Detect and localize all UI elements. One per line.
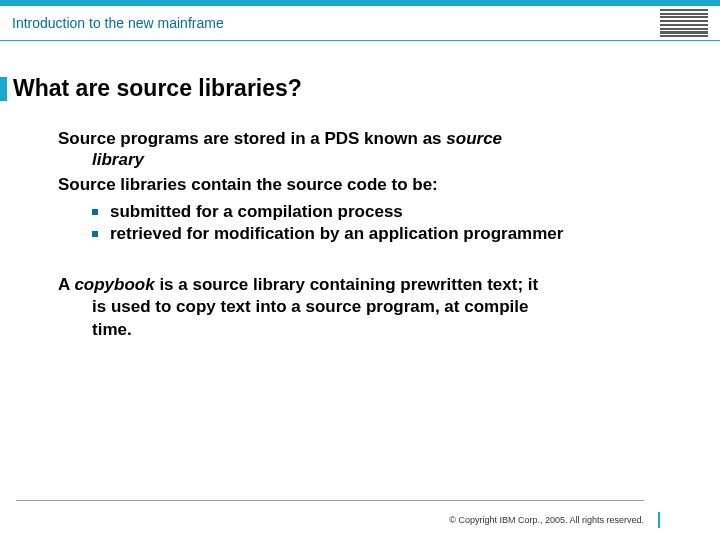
list-item: retrieved for modification by an applica… [92, 223, 670, 246]
header-title: Introduction to the new mainframe [12, 15, 224, 31]
para3-text-a: A [58, 275, 74, 294]
para3-text-d: is used to copy text into a source progr… [92, 297, 528, 316]
paragraph-2: Source libraries contain the source code… [58, 175, 670, 195]
para3-text-c: is a source library containing prewritte… [155, 275, 539, 294]
title-row: What are source libraries? [0, 75, 720, 102]
para1-italic-c: library [92, 150, 144, 169]
content-area: Source programs are stored in a PDS know… [0, 102, 720, 341]
footer-rule [16, 500, 644, 501]
copyright-text: © Copyright IBM Corp., 2005. All rights … [449, 515, 644, 525]
footer-accent-bar [658, 512, 660, 528]
page-title: What are source libraries? [13, 75, 302, 102]
para1-italic-b: source [446, 129, 502, 148]
paragraph-3: A copybook is a source library containin… [58, 274, 670, 340]
title-accent-bar [0, 77, 7, 101]
ibm-logo-icon [660, 9, 708, 38]
para3-italic-b: copybook [74, 275, 154, 294]
bullet-list: submitted for a compilation process retr… [58, 201, 670, 247]
bullet-text: retrieved for modification by an applica… [110, 223, 563, 246]
para3-text-e: time. [92, 320, 132, 339]
bullet-text: submitted for a compilation process [110, 201, 403, 224]
header-bar: Introduction to the new mainframe [0, 0, 720, 41]
list-item: submitted for a compilation process [92, 201, 670, 224]
bullet-icon [92, 231, 98, 237]
paragraph-1: Source programs are stored in a PDS know… [58, 128, 670, 171]
para1-text-a: Source programs are stored in a PDS know… [58, 129, 446, 148]
bullet-icon [92, 209, 98, 215]
footer: © Copyright IBM Corp., 2005. All rights … [0, 500, 720, 540]
